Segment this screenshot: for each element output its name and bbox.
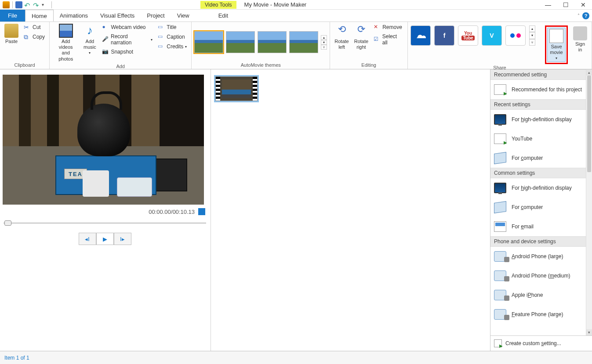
rotate-left-icon bbox=[335, 24, 349, 38]
theme-gallery-spinner[interactable]: ▴▾▿ bbox=[321, 35, 327, 50]
menu-header-common: Common settings bbox=[490, 168, 592, 178]
transport-controls: ◂Ⅰ ▶ Ⅰ▸ bbox=[3, 233, 207, 245]
undo-icon[interactable] bbox=[24, 1, 31, 8]
youtube-icon bbox=[494, 133, 506, 144]
share-onedrive-button[interactable] bbox=[410, 25, 431, 46]
rotate-right-icon bbox=[354, 24, 368, 38]
theme-thumb-4[interactable] bbox=[289, 31, 318, 53]
caption-button[interactable]: Caption bbox=[156, 32, 189, 41]
copy-button[interactable]: Copy bbox=[22, 32, 47, 41]
menu-item-hd-recent[interactable]: For high-definition display bbox=[490, 110, 592, 129]
menu-item-iphone[interactable]: Apple iPhone bbox=[490, 285, 592, 305]
menu-item-computer-common[interactable]: For computer bbox=[490, 198, 592, 217]
sign-in-button[interactable]: Sign in bbox=[571, 25, 589, 54]
qat-dropdown-icon[interactable] bbox=[42, 1, 49, 8]
quick-access-toolbar bbox=[0, 1, 55, 8]
computer-icon bbox=[494, 152, 506, 164]
phone-icon bbox=[494, 290, 506, 300]
monitor-icon bbox=[494, 114, 506, 125]
webcam-icon bbox=[102, 24, 109, 31]
tab-edit[interactable]: Edit bbox=[212, 10, 234, 22]
rotate-left-button[interactable]: Rotate left bbox=[333, 23, 350, 51]
share-flickr-button[interactable] bbox=[505, 25, 526, 46]
play-button[interactable]: ▶ bbox=[96, 233, 114, 245]
tab-animations[interactable]: Animations bbox=[54, 10, 94, 22]
monitor-icon bbox=[494, 183, 506, 193]
theme-thumb-2[interactable] bbox=[226, 31, 255, 53]
ribbon-tabs: File Home Animations Visual Effects Proj… bbox=[0, 10, 592, 22]
tab-project[interactable]: Project bbox=[141, 10, 171, 22]
credits-button[interactable]: Credits ▾ bbox=[156, 42, 189, 51]
ribbon-collapse-icon[interactable]: ˄ bbox=[577, 13, 580, 18]
group-themes: ▴▾▿ AutoMovie themes bbox=[192, 22, 330, 69]
save-movie-icon bbox=[549, 29, 563, 43]
menu-item-email[interactable]: For email bbox=[490, 217, 592, 236]
help-icon[interactable]: ? bbox=[582, 12, 589, 19]
title-icon bbox=[158, 24, 165, 31]
minimize-button[interactable]: — bbox=[539, 0, 557, 10]
fullscreen-icon[interactable] bbox=[198, 208, 205, 215]
menu-scrollbar[interactable]: ▴ ▾ bbox=[586, 69, 592, 335]
phone-icon bbox=[494, 251, 506, 262]
webcam-button[interactable]: Webcam video bbox=[100, 23, 154, 32]
title-button[interactable]: Title bbox=[156, 23, 189, 32]
phone-icon bbox=[494, 270, 506, 281]
menu-item-hd-common[interactable]: For high-definition display bbox=[490, 178, 592, 198]
credits-icon bbox=[158, 43, 165, 50]
add-music-button[interactable]: Add music▾ bbox=[81, 23, 98, 56]
tab-home[interactable]: Home bbox=[25, 10, 54, 22]
prev-frame-button[interactable]: ◂Ⅰ bbox=[79, 233, 96, 245]
select-all-icon bbox=[374, 36, 381, 43]
group-add: Add videos and photos Add music▾ Webcam … bbox=[50, 22, 192, 69]
menu-header-recent: Recent settings bbox=[490, 99, 592, 110]
paste-icon bbox=[4, 24, 18, 38]
preview-video[interactable]: TEA bbox=[3, 75, 204, 205]
menu-item-android-medium[interactable]: Android Phone (medium) bbox=[490, 266, 592, 285]
menu-item-recommended[interactable]: Recommended for this project bbox=[490, 80, 592, 99]
theme-thumb-1[interactable] bbox=[194, 31, 223, 53]
tab-file[interactable]: File bbox=[0, 10, 25, 22]
record-narration-button[interactable]: Record narration ▾ bbox=[100, 32, 154, 47]
next-frame-button[interactable]: Ⅰ▸ bbox=[114, 233, 131, 245]
remove-button[interactable]: Remove bbox=[372, 23, 405, 32]
menu-item-custom-setting[interactable]: Create custom setting... bbox=[490, 335, 592, 351]
snapshot-button[interactable]: Snapshot bbox=[100, 47, 154, 56]
sign-in-icon bbox=[573, 26, 587, 40]
redo-icon[interactable] bbox=[33, 1, 40, 8]
snapshot-icon bbox=[102, 48, 109, 55]
menu-item-computer-recent[interactable]: For computer bbox=[490, 148, 592, 168]
ribbon: Paste Cut Copy Clipboard Add videos and … bbox=[0, 22, 592, 69]
share-facebook-button[interactable]: f bbox=[434, 25, 454, 46]
cut-icon bbox=[24, 24, 31, 31]
theme-thumb-3[interactable] bbox=[258, 31, 287, 53]
group-clipboard: Paste Cut Copy Clipboard bbox=[0, 22, 50, 69]
share-vimeo-button[interactable]: V bbox=[482, 25, 502, 46]
paste-button[interactable]: Paste bbox=[3, 23, 20, 45]
timecode-text: 00:00.00/00:10.13 bbox=[149, 209, 195, 215]
share-youtube-button[interactable]: YouTube bbox=[458, 25, 478, 46]
close-button[interactable]: ✕ bbox=[574, 0, 592, 10]
separator bbox=[51, 1, 52, 8]
maximize-button[interactable]: ☐ bbox=[557, 0, 574, 10]
save-movie-menu: Recommended setting Recommended for this… bbox=[490, 69, 592, 351]
share-gallery-spinner[interactable]: ▴▾▿ bbox=[529, 25, 535, 46]
tab-visual-effects[interactable]: Visual Effects bbox=[94, 10, 141, 22]
group-label-clipboard: Clipboard bbox=[3, 61, 47, 69]
preview-pane: TEA 00:00.00/00:10.13 ◂Ⅰ ▶ Ⅰ▸ bbox=[0, 69, 211, 351]
select-all-button[interactable]: Select all bbox=[372, 32, 405, 47]
save-movie-button[interactable]: Save movie▾ bbox=[547, 28, 566, 62]
mic-icon bbox=[102, 36, 109, 43]
paste-label: Paste bbox=[5, 39, 18, 44]
doc-icon bbox=[494, 84, 506, 95]
separator bbox=[12, 1, 13, 8]
add-videos-button[interactable]: Add videos and photos bbox=[52, 23, 79, 63]
menu-item-youtube[interactable]: YouTube bbox=[490, 129, 592, 148]
timeline-clip[interactable] bbox=[215, 76, 258, 101]
menu-item-android-large[interactable]: Android Phone (large) bbox=[490, 247, 592, 266]
seek-slider[interactable] bbox=[4, 220, 206, 226]
menu-item-feature-phone-large[interactable]: Feature Phone (large) bbox=[490, 305, 592, 324]
rotate-right-button[interactable]: Rotate right bbox=[352, 23, 370, 51]
tab-view[interactable]: View bbox=[171, 10, 196, 22]
cut-button[interactable]: Cut bbox=[22, 23, 47, 32]
save-icon[interactable] bbox=[15, 1, 22, 8]
